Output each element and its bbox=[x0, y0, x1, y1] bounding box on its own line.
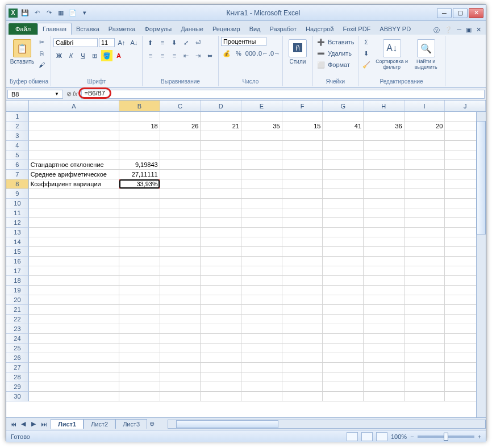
cell-D23[interactable] bbox=[201, 324, 241, 334]
cell-H26[interactable] bbox=[364, 353, 405, 363]
cell-C16[interactable] bbox=[160, 257, 201, 266]
tab-formulas[interactable]: Формулы bbox=[140, 23, 176, 35]
close-button[interactable]: ✕ bbox=[469, 8, 483, 18]
cell-B8[interactable]: 33,93% bbox=[119, 179, 160, 189]
cell-C5[interactable] bbox=[160, 150, 201, 160]
column-header-F[interactable]: F bbox=[282, 101, 323, 111]
cell-D11[interactable] bbox=[201, 208, 241, 218]
row-header-16[interactable]: 16 bbox=[6, 257, 29, 266]
cell-C28[interactable] bbox=[160, 372, 201, 382]
cell-I28[interactable] bbox=[405, 372, 445, 382]
cell-H10[interactable] bbox=[364, 199, 405, 208]
cell-G26[interactable] bbox=[323, 353, 364, 363]
cell-G7[interactable] bbox=[323, 170, 364, 179]
cell-I26[interactable] bbox=[405, 353, 445, 363]
row-header-7[interactable]: 7 bbox=[6, 170, 29, 179]
cell-H3[interactable] bbox=[364, 131, 405, 141]
cell-B6[interactable]: 9,19843 bbox=[119, 160, 160, 170]
cell-D26[interactable] bbox=[201, 353, 241, 363]
underline-icon[interactable]: Ч bbox=[77, 50, 89, 61]
cell-B20[interactable] bbox=[119, 295, 160, 305]
row-header-11[interactable]: 11 bbox=[6, 208, 29, 218]
cell-A9[interactable] bbox=[29, 189, 119, 199]
cell-I24[interactable] bbox=[405, 334, 445, 344]
cell-B13[interactable] bbox=[119, 228, 160, 237]
cell-C17[interactable] bbox=[160, 266, 201, 276]
cell-I29[interactable] bbox=[405, 382, 445, 392]
cell-E30[interactable] bbox=[241, 392, 282, 401]
tab-abbyy[interactable]: ABBYY PD bbox=[375, 23, 415, 35]
cut-icon[interactable]: ✂ bbox=[36, 37, 47, 47]
row-header-6[interactable]: 6 bbox=[6, 160, 29, 170]
cell-D4[interactable] bbox=[201, 141, 241, 150]
cell-A19[interactable] bbox=[29, 286, 119, 295]
cell-D24[interactable] bbox=[201, 334, 241, 344]
cell-H20[interactable] bbox=[364, 295, 405, 305]
cell-G30[interactable] bbox=[323, 392, 364, 401]
cell-E4[interactable] bbox=[241, 141, 282, 150]
cell-B29[interactable] bbox=[119, 382, 160, 392]
row-header-28[interactable]: 28 bbox=[6, 372, 29, 382]
cell-I18[interactable] bbox=[405, 276, 445, 286]
cell-E20[interactable] bbox=[241, 295, 282, 305]
row-header-9[interactable]: 9 bbox=[6, 189, 29, 199]
cell-B23[interactable] bbox=[119, 324, 160, 334]
increase-font-icon[interactable]: A↑ bbox=[116, 37, 127, 48]
cell-E25[interactable] bbox=[241, 344, 282, 353]
cell-E27[interactable] bbox=[241, 363, 282, 372]
cell-I16[interactable] bbox=[405, 257, 445, 266]
cell-G3[interactable] bbox=[323, 131, 364, 141]
row-header-10[interactable]: 10 bbox=[6, 199, 29, 208]
cell-E16[interactable] bbox=[241, 257, 282, 266]
undo-icon[interactable]: ↶ bbox=[32, 8, 42, 18]
cell-G24[interactable] bbox=[323, 334, 364, 344]
cell-D20[interactable] bbox=[201, 295, 241, 305]
vertical-scrollbar[interactable] bbox=[476, 112, 486, 417]
cell-F9[interactable] bbox=[282, 189, 323, 199]
cell-A23[interactable] bbox=[29, 324, 119, 334]
cell-E23[interactable] bbox=[241, 324, 282, 334]
redo-icon[interactable]: ↷ bbox=[44, 8, 54, 18]
minimize-ribbon-icon[interactable]: ⓥ bbox=[433, 26, 440, 35]
cell-A5[interactable] bbox=[29, 150, 119, 160]
column-header-J[interactable]: J bbox=[445, 101, 486, 111]
copy-icon[interactable]: ⎘ bbox=[36, 48, 47, 58]
cell-E13[interactable] bbox=[241, 228, 282, 237]
cell-A2[interactable] bbox=[29, 122, 119, 131]
prev-sheet-icon[interactable]: ◀ bbox=[19, 420, 28, 429]
cell-G27[interactable] bbox=[323, 363, 364, 372]
cell-F22[interactable] bbox=[282, 315, 323, 324]
cell-A18[interactable] bbox=[29, 276, 119, 286]
row-header-18[interactable]: 18 bbox=[6, 276, 29, 286]
cell-A10[interactable] bbox=[29, 199, 119, 208]
qat-btn[interactable]: 📄 bbox=[68, 8, 78, 18]
cell-D21[interactable] bbox=[201, 305, 241, 315]
cell-C1[interactable] bbox=[160, 112, 201, 122]
cell-B24[interactable] bbox=[119, 334, 160, 344]
cell-C19[interactable] bbox=[160, 286, 201, 295]
align-center-icon[interactable]: ≡ bbox=[157, 50, 168, 61]
cell-B15[interactable] bbox=[119, 247, 160, 257]
cell-A22[interactable] bbox=[29, 315, 119, 324]
find-select-button[interactable]: 🔍 Найти и выделить bbox=[410, 37, 443, 70]
cell-G16[interactable] bbox=[323, 257, 364, 266]
cell-F5[interactable] bbox=[282, 150, 323, 160]
cell-B7[interactable]: 27,11111 bbox=[119, 170, 160, 179]
cell-D3[interactable] bbox=[201, 131, 241, 141]
cell-H30[interactable] bbox=[364, 392, 405, 401]
cell-E9[interactable] bbox=[241, 189, 282, 199]
cell-I11[interactable] bbox=[405, 208, 445, 218]
cell-D5[interactable] bbox=[201, 150, 241, 160]
cell-D7[interactable] bbox=[201, 170, 241, 179]
cell-B12[interactable] bbox=[119, 218, 160, 228]
next-sheet-icon[interactable]: ▶ bbox=[29, 420, 38, 429]
row-header-29[interactable]: 29 bbox=[6, 382, 29, 392]
cell-D1[interactable] bbox=[201, 112, 241, 122]
row-header-2[interactable]: 2 bbox=[6, 122, 29, 131]
cell-F17[interactable] bbox=[282, 266, 323, 276]
cell-H19[interactable] bbox=[364, 286, 405, 295]
cell-C27[interactable] bbox=[160, 363, 201, 372]
cell-I8[interactable] bbox=[405, 179, 445, 189]
sheet-tab-1[interactable]: Лист1 bbox=[51, 419, 84, 429]
row-header-25[interactable]: 25 bbox=[6, 344, 29, 353]
